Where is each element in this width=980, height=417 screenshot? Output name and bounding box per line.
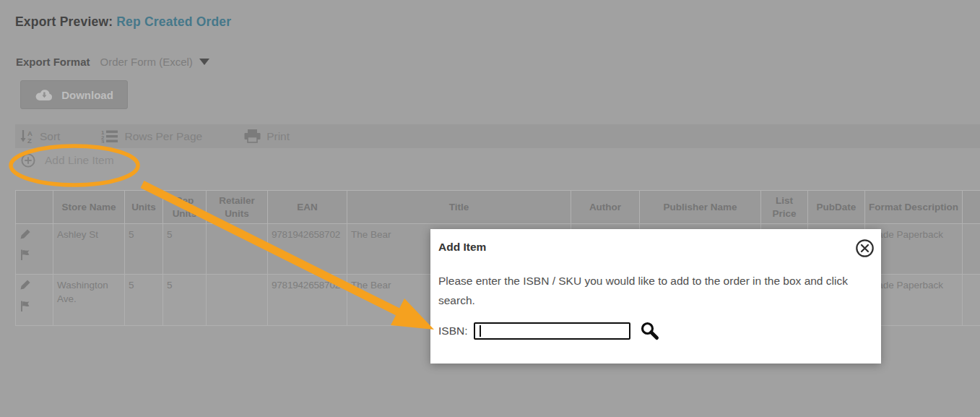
cell-store-name: Ashley St — [53, 224, 125, 275]
cell-store-name: Washington Ave. — [53, 275, 125, 325]
pencil-icon[interactable] — [19, 228, 49, 244]
export-format-row: Export Format Order Form (Excel) — [16, 56, 209, 68]
column-header-rep-units: Rep Units — [163, 191, 207, 224]
export-format-label: Export Format — [16, 56, 90, 68]
row-actions-cell — [16, 275, 53, 325]
export-format-dropdown[interactable]: Order Form (Excel) — [100, 56, 193, 68]
column-header-author: Author — [571, 191, 640, 224]
table-header-row: Store Name Units Rep Units Retailer Unit… — [16, 191, 980, 224]
flag-icon[interactable] — [19, 249, 49, 265]
cell-units: 5 — [125, 275, 163, 325]
row-actions-cell — [16, 224, 53, 275]
cell-rep-units: 5 — [163, 224, 207, 275]
sort-label: Sort — [40, 130, 60, 143]
add-item-modal: Add Item Please enter the ISBN / SKU you… — [430, 229, 881, 364]
rows-per-page-button[interactable]: 1 2 3 Rows Per Page — [101, 129, 202, 143]
modal-title: Add Item — [438, 241, 486, 254]
numbered-list-icon: 1 2 3 — [101, 129, 118, 143]
column-header-format-description: Format Description — [865, 191, 963, 224]
page-title: Export Preview:Rep Created Order — [15, 14, 231, 30]
cloud-download-icon — [35, 88, 54, 102]
add-line-item-button[interactable]: Add Line Item — [21, 153, 114, 168]
isbn-label: ISBN: — [438, 324, 467, 338]
rows-per-page-label: Rows Per Page — [124, 130, 202, 143]
export-preview-page: Export Preview:Rep Created Order Export … — [0, 0, 980, 417]
printer-icon — [244, 129, 261, 143]
pencil-icon[interactable] — [19, 279, 49, 294]
sort-az-icon: A Z — [20, 129, 34, 143]
cell-rep-units: 5 — [163, 275, 207, 325]
search-icon[interactable] — [640, 321, 660, 341]
svg-text:3: 3 — [101, 139, 105, 143]
column-header-extra — [963, 191, 980, 224]
cell-ean: 9781942658702 — [268, 275, 347, 325]
cell-extra — [963, 224, 980, 275]
cell-ean: 9781942658702 — [268, 224, 347, 275]
table-toolbar: A Z Sort 1 2 3 Rows Per Page — [15, 124, 980, 148]
column-header-retailer-units: Retailer Units — [207, 191, 268, 224]
cell-retailer-units — [207, 275, 268, 325]
cell-units: 5 — [125, 224, 163, 275]
column-header-list-price: List Price — [761, 191, 808, 224]
add-line-item-label: Add Line Item — [45, 154, 114, 167]
column-header-units: Units — [125, 191, 163, 224]
page-title-prefix: Export Preview: — [15, 14, 113, 29]
flag-icon[interactable] — [19, 300, 49, 316]
column-header-pubdate: PubDate — [808, 191, 865, 224]
cell-extra — [963, 275, 980, 325]
print-button[interactable]: Print — [244, 129, 290, 143]
download-button[interactable]: Download — [20, 80, 128, 109]
plus-circle-icon — [21, 153, 35, 168]
column-header-title: Title — [347, 191, 571, 224]
close-icon[interactable] — [854, 238, 875, 259]
column-header-actions — [16, 191, 53, 224]
page-title-order-name: Rep Created Order — [116, 14, 231, 29]
chevron-down-icon[interactable] — [199, 59, 209, 65]
sort-button[interactable]: A Z Sort — [20, 129, 60, 143]
isbn-search-row: ISBN: — [438, 321, 660, 341]
isbn-input[interactable] — [474, 322, 630, 340]
print-label: Print — [266, 130, 290, 143]
column-header-ean: EAN — [268, 191, 347, 224]
cell-retailer-units — [207, 224, 268, 275]
text-cursor — [480, 325, 481, 337]
download-button-label: Download — [61, 89, 113, 101]
svg-text:Z: Z — [27, 137, 32, 144]
column-header-publisher-name: Publisher Name — [640, 191, 761, 224]
modal-instructions: Please enter the ISBN / SKU you would li… — [438, 271, 866, 310]
column-header-store-name: Store Name — [53, 191, 125, 224]
